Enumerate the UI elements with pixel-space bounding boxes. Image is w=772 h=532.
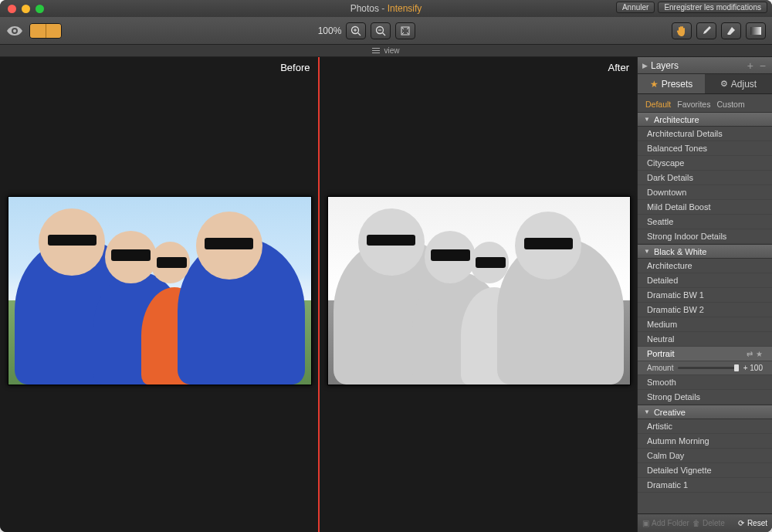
zoom-level-label: 100%	[318, 25, 342, 36]
hand-tool-button[interactable]	[672, 22, 692, 39]
sidebar: ▶ Layers + − ★ Presets ⚙ Adjust Default …	[637, 57, 772, 532]
preset-label: Balanced Tones	[647, 144, 707, 153]
compare-mode-a[interactable]	[30, 24, 46, 38]
preset-item[interactable]: Medium	[638, 317, 772, 332]
preset-label: Mild Detail Boost	[647, 202, 711, 212]
subtab-default[interactable]: Default	[645, 100, 671, 109]
gradient-tool-button[interactable]	[746, 22, 766, 39]
slider-thumb[interactable]	[734, 364, 739, 371]
preset-item[interactable]: Architectural Details	[638, 127, 772, 141]
preset-item[interactable]: Artistic	[638, 419, 772, 434]
preset-item[interactable]: Strong Details	[638, 390, 772, 405]
preset-item[interactable]: Dramatic 1	[638, 478, 772, 493]
before-label: Before	[280, 62, 310, 73]
preset-item[interactable]: Architecture	[638, 259, 772, 273]
titlebar: Photos - Intensify Annuler Enregistrer l…	[0, 0, 772, 17]
preview-toggle-icon[interactable]	[6, 25, 23, 36]
compare-mode-segmented[interactable]	[29, 23, 62, 39]
disclosure-triangle-icon: ▶	[642, 62, 648, 69]
category-header[interactable]: ▼Architecture	[638, 112, 772, 127]
preset-label: Dark Details	[647, 173, 693, 182]
compare-icon[interactable]: ⇄	[747, 350, 753, 358]
preset-item[interactable]: Autumn Morning	[638, 434, 772, 449]
delete-button[interactable]: 🗑 Delete	[692, 519, 725, 527]
eraser-tool-button[interactable]	[721, 22, 741, 39]
zoom-out-button[interactable]	[371, 22, 391, 39]
zoom-in-button[interactable]	[346, 22, 366, 39]
plugin-name: Intensify	[388, 3, 422, 14]
svg-point-0	[13, 29, 16, 32]
compare-mode-b[interactable]	[46, 24, 61, 38]
before-image	[8, 196, 312, 385]
after-image	[327, 196, 631, 385]
preset-item[interactable]: Strong Indoor Details	[638, 229, 772, 244]
preset-item[interactable]: Mild Detail Boost	[638, 200, 772, 215]
preset-label: Detailed Vignette	[647, 466, 712, 475]
view-strip[interactable]: view	[0, 45, 772, 57]
subtab-custom[interactable]: Custom	[716, 100, 744, 109]
preset-item[interactable]: Detailed Vignette	[638, 463, 772, 478]
fullscreen-window-button[interactable]	[36, 5, 44, 13]
preset-label: Portrait	[647, 349, 674, 358]
preset-item[interactable]: Smooth	[638, 375, 772, 390]
category-name: Architecture	[654, 115, 699, 124]
chevron-down-icon: ▼	[644, 248, 650, 255]
preset-label: Dramatic 1	[647, 480, 688, 490]
amount-value: + 100	[743, 364, 763, 372]
preset-item[interactable]: Dramatic BW 1	[638, 288, 772, 303]
fit-to-screen-button[interactable]	[395, 22, 415, 39]
tab-presets[interactable]: ★ Presets	[638, 74, 705, 94]
preset-item[interactable]: Dramatic BW 2	[638, 303, 772, 317]
cancel-button[interactable]: Annuler	[616, 2, 655, 13]
before-pane: Before	[0, 57, 318, 532]
preset-item[interactable]: Calm Day	[638, 449, 772, 463]
preset-item[interactable]: Cityscape	[638, 156, 772, 171]
tab-adjust[interactable]: ⚙ Adjust	[705, 74, 772, 94]
amount-slider[interactable]	[678, 367, 738, 369]
minimize-window-button[interactable]	[22, 5, 30, 13]
chevron-down-icon: ▼	[644, 408, 650, 415]
preset-label: Seattle	[647, 217, 673, 226]
preset-item[interactable]: Seattle	[638, 215, 772, 229]
category-header[interactable]: ▼Black & White	[638, 244, 772, 259]
preset-label: Detailed	[647, 276, 678, 285]
remove-layer-button[interactable]: −	[758, 60, 767, 71]
save-changes-button[interactable]: Enregistrer les modifications	[658, 2, 767, 13]
after-label: After	[608, 62, 629, 73]
preset-item[interactable]: Balanced Tones	[638, 141, 772, 156]
after-pane: After	[320, 57, 638, 532]
reset-button[interactable]: ⟳ Reset	[738, 519, 767, 527]
category-name: Black & White	[654, 247, 706, 256]
add-layer-button[interactable]: +	[746, 60, 755, 71]
canvas[interactable]: Before After	[0, 57, 637, 532]
preset-item[interactable]: Dark Details	[638, 171, 772, 185]
folder-plus-icon: ▣	[642, 519, 649, 527]
preset-label: Calm Day	[647, 451, 684, 460]
category-name: Creative	[654, 408, 686, 417]
add-folder-button[interactable]: ▣ Add Folder	[642, 519, 689, 527]
preset-item[interactable]: Detailed	[638, 273, 772, 288]
sidebar-footer: ▣ Add Folder 🗑 Delete ⟳ Reset	[638, 513, 772, 532]
sidebar-tabs: ★ Presets ⚙ Adjust	[638, 74, 772, 94]
favorite-star-icon[interactable]: ★	[756, 350, 763, 358]
category-header[interactable]: ▼Creative	[638, 405, 772, 419]
preset-label: Medium	[647, 320, 677, 329]
svg-line-2	[358, 32, 361, 36]
preset-item[interactable]: Neutral	[638, 332, 772, 347]
star-icon: ★	[650, 79, 659, 90]
preset-label: Smooth	[647, 378, 676, 387]
preset-label: Strong Indoor Details	[647, 232, 726, 241]
preset-label: Autumn Morning	[647, 436, 709, 446]
layers-panel-header[interactable]: ▶ Layers + −	[638, 57, 772, 74]
preset-item[interactable]: Downtown	[638, 185, 772, 200]
preset-label: Architecture	[647, 261, 692, 270]
layers-title: Layers	[651, 60, 679, 71]
view-icon	[372, 48, 380, 53]
preset-label: Strong Details	[647, 392, 700, 402]
preset-item[interactable]: Portrait⇄★	[638, 347, 772, 361]
brush-tool-button[interactable]	[696, 22, 716, 39]
view-label: view	[384, 46, 399, 55]
preset-scroll[interactable]: ▼ArchitectureArchitectural DetailsBalanc…	[638, 112, 772, 513]
close-window-button[interactable]	[8, 5, 16, 13]
subtab-favorites[interactable]: Favorites	[677, 100, 710, 109]
